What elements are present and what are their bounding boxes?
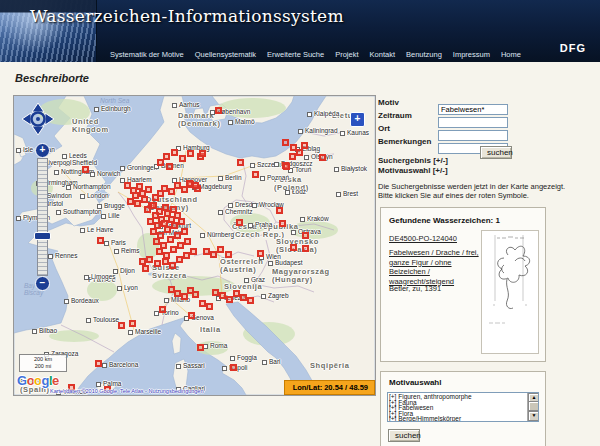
zoom-in-button[interactable]: + — [35, 143, 50, 158]
map-marker[interactable] — [174, 182, 181, 189]
map-marker[interactable] — [146, 256, 153, 263]
map-marker[interactable] — [181, 293, 188, 300]
nav-benutzung[interactable]: Benutzung — [406, 50, 442, 59]
motiv-search-button[interactable]: suchen — [388, 429, 420, 442]
map-marker[interactable] — [190, 248, 197, 255]
map-marker[interactable] — [192, 182, 199, 189]
map-expand-button[interactable]: + — [350, 112, 365, 127]
map-marker[interactable] — [296, 149, 303, 156]
scrollbar-thumb[interactable] — [528, 401, 539, 411]
map-marker[interactable] — [174, 232, 181, 239]
map-marker[interactable] — [279, 220, 286, 227]
map-marker[interactable] — [127, 198, 134, 205]
map-marker[interactable] — [247, 297, 254, 304]
motiv-list-item[interactable]: [+] Berge/Himmelskörper — [389, 416, 527, 422]
toggle-motivauswahl[interactable]: Motivauswahl [+/-] — [378, 166, 448, 175]
toggle-suchergebnis[interactable]: Suchergebnis [+/-] — [378, 156, 448, 165]
motiv-listbox[interactable]: [+] Figuren, anthropomorphe[+] Fauna[+] … — [387, 392, 539, 422]
map-marker[interactable] — [139, 258, 146, 265]
map-marker[interactable] — [212, 289, 219, 296]
map-marker[interactable] — [136, 183, 143, 190]
listbox-scrollbar[interactable]: ▲ ▼ — [527, 393, 538, 421]
map[interactable]: North SeaBay of BiscayUnited KingdomFran… — [13, 95, 376, 396]
map-marker[interactable] — [163, 153, 170, 160]
watermark-thumbnail[interactable] — [481, 230, 539, 354]
map-marker[interactable] — [282, 139, 289, 146]
map-marker[interactable] — [97, 237, 104, 244]
zoom-slider-handle[interactable] — [34, 232, 51, 240]
map-marker[interactable] — [95, 360, 102, 367]
zoom-slider-track[interactable] — [37, 158, 48, 276]
map-marker[interactable] — [164, 226, 171, 233]
nav-systematik-der-motive[interactable]: Systematik der Motive — [110, 50, 184, 59]
map-marker[interactable] — [225, 251, 232, 258]
map-pan-control[interactable] — [20, 101, 56, 137]
map-marker[interactable] — [199, 150, 206, 157]
map-marker[interactable] — [170, 246, 177, 253]
nav-projekt[interactable]: Projekt — [335, 50, 358, 59]
map-marker[interactable] — [178, 218, 185, 225]
map-marker[interactable] — [156, 248, 163, 255]
map-marker[interactable] — [134, 200, 141, 207]
map-marker[interactable] — [301, 142, 308, 149]
map-marker[interactable] — [240, 294, 247, 301]
map-marker[interactable] — [166, 163, 173, 170]
map-marker[interactable] — [257, 250, 264, 257]
nav-quellensystematik[interactable]: Quellensystematik — [195, 50, 256, 59]
map-marker[interactable] — [181, 228, 188, 235]
map-marker[interactable] — [159, 306, 166, 313]
map-marker[interactable] — [179, 155, 186, 162]
map-marker[interactable] — [183, 252, 190, 259]
nav-erweiterte-suche[interactable]: Erweiterte Suche — [267, 50, 324, 59]
map-marker[interactable] — [192, 291, 199, 298]
map-marker[interactable] — [302, 232, 309, 239]
map-marker[interactable] — [230, 364, 237, 371]
map-marker[interactable] — [171, 149, 178, 156]
result-id-link[interactable]: DE4500-PO-124040 — [389, 234, 457, 244]
google-logo[interactable]: Google — [17, 373, 59, 388]
map-marker[interactable] — [283, 163, 290, 170]
map-marker[interactable] — [129, 320, 136, 327]
map-marker[interactable] — [188, 312, 195, 319]
zoom-out-button[interactable]: − — [35, 276, 50, 291]
result-description-link[interactable]: Fabelwesen / Drache / frei, ganze Figur … — [389, 248, 481, 286]
map-marker[interactable] — [319, 154, 326, 161]
map-marker[interactable] — [226, 296, 233, 303]
scrollbar-down-arrow[interactable]: ▼ — [528, 411, 539, 421]
map-marker[interactable] — [147, 218, 154, 225]
map-marker[interactable] — [176, 256, 183, 263]
map-marker[interactable] — [145, 186, 152, 193]
map-marker[interactable] — [302, 245, 309, 252]
map-marker[interactable] — [206, 303, 213, 310]
map-marker[interactable] — [276, 207, 283, 214]
map-marker[interactable] — [233, 290, 240, 297]
map-marker[interactable] — [142, 265, 149, 272]
map-marker[interactable] — [168, 188, 175, 195]
map-marker[interactable] — [217, 246, 224, 253]
map-marker[interactable] — [162, 258, 169, 265]
map-marker[interactable] — [210, 251, 217, 258]
map-marker[interactable] — [199, 300, 206, 307]
dfg-logo[interactable]: DFG — [560, 42, 586, 54]
map-marker[interactable] — [184, 238, 191, 245]
map-marker[interactable] — [153, 238, 160, 245]
nav-kontakt[interactable]: Kontakt — [370, 50, 395, 59]
map-marker[interactable] — [215, 107, 222, 114]
map-marker[interactable] — [252, 171, 259, 178]
map-marker[interactable] — [237, 159, 244, 166]
map-marker[interactable] — [82, 166, 89, 173]
map-marker[interactable] — [171, 222, 178, 229]
map-marker[interactable] — [118, 322, 125, 329]
nav-home[interactable]: Home — [501, 50, 521, 59]
map-marker[interactable] — [203, 248, 210, 255]
map-marker[interactable] — [157, 159, 164, 166]
map-marker[interactable] — [289, 153, 296, 160]
map-marker[interactable] — [141, 196, 148, 203]
map-marker[interactable] — [177, 242, 184, 249]
map-marker[interactable] — [150, 228, 157, 235]
map-marker[interactable] — [174, 290, 181, 297]
map-marker[interactable] — [290, 244, 297, 251]
nav-impressum[interactable]: Impressum — [453, 50, 490, 59]
map-marker[interactable] — [169, 262, 176, 269]
search-button[interactable]: suchen — [480, 146, 512, 159]
